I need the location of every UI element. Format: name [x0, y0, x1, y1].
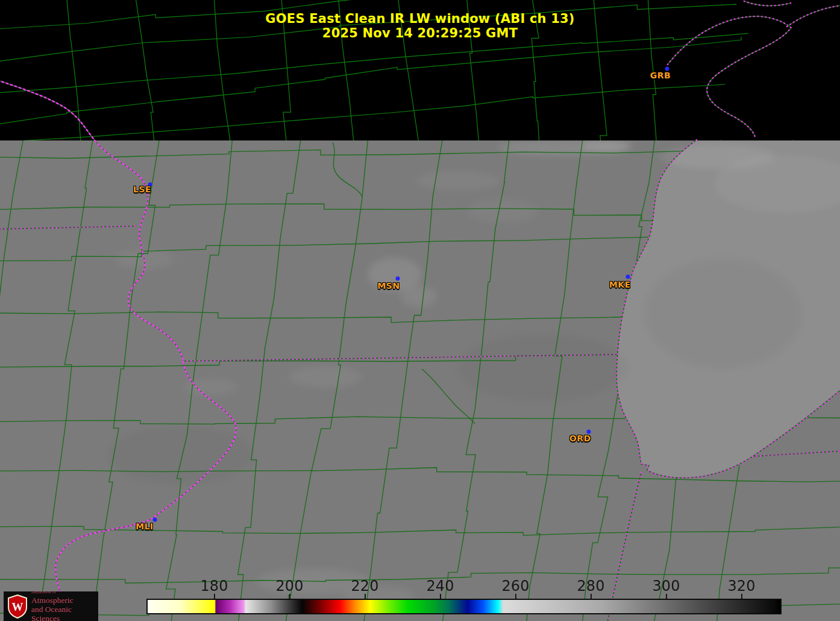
crest-letter: W [12, 601, 24, 613]
colorbar-tick-mark [365, 594, 366, 599]
station-label-lse: LSE [133, 184, 151, 194]
colorbar-tick-label: 180 [201, 578, 228, 594]
station-label-mke: MKE [609, 280, 631, 289]
colorbar: 180200220240260280300320 [146, 578, 779, 616]
timestamp: 2025 Nov 14 20:29:25 GMT [0, 27, 840, 41]
station-label-ord: ORD [569, 433, 591, 443]
logo-text: Department of Atmospheric and Oceanic Sc… [31, 590, 98, 621]
colorbar-tick-label: 200 [276, 578, 304, 594]
station-label-grb: GRB [650, 71, 671, 80]
colorbar-tick-mark [214, 594, 215, 599]
uw-logo: W Department of Atmospheric and Oceanic … [4, 591, 98, 621]
station-dot-mke [626, 275, 630, 279]
colorbar-tick-label: 260 [502, 578, 530, 594]
station-label-msn: MSN [377, 281, 400, 291]
colorbar-tick-mark [666, 594, 667, 599]
logo-dept: Department of [31, 590, 98, 594]
uw-crest-icon: W [7, 594, 28, 619]
station-layer: GRBLSEMSNMKEORDMLI [0, 0, 840, 621]
colorbar-tick-mark [591, 594, 592, 599]
colorbar-gradient [146, 599, 782, 614]
page-title: GOES East Clean IR LW window (ABI ch 13) [0, 12, 840, 27]
colorbar-tick-mark [440, 594, 441, 599]
station-label-mli: MLI [136, 522, 154, 531]
title-block: GOES East Clean IR LW window (ABI ch 13)… [0, 12, 840, 40]
colorbar-tick-mark [515, 594, 516, 599]
colorbar-tick-mark [289, 594, 290, 599]
satellite-image-viewer: GOES East Clean IR LW window (ABI ch 13)… [0, 0, 840, 621]
logo-line1: Atmospheric [31, 596, 98, 605]
colorbar-tick-label: 240 [427, 578, 454, 594]
colorbar-tick-label: 220 [351, 578, 379, 594]
colorbar-tick-label: 300 [653, 578, 680, 594]
colorbar-tick-mark [741, 594, 742, 599]
logo-line2: and Oceanic Sciences [31, 605, 98, 621]
colorbar-tick-label: 320 [728, 578, 756, 594]
station-dot-msn [396, 277, 400, 281]
colorbar-tick-label: 280 [577, 578, 605, 594]
